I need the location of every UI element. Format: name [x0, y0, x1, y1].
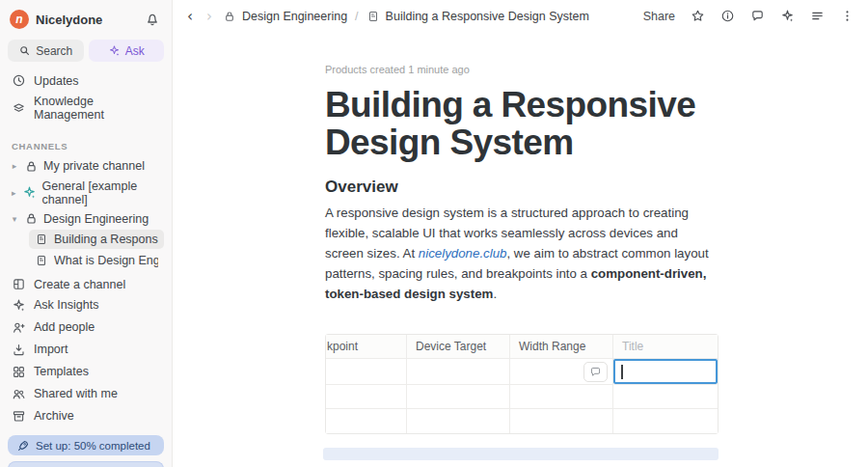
page-icon [35, 254, 48, 267]
ai-sparkle-icon[interactable] [780, 9, 795, 23]
page-label: Building a Responsive De.. [54, 233, 158, 246]
star-icon[interactable] [691, 9, 705, 23]
table-row [326, 385, 718, 409]
breadcrumb: Design Engineering / Building a Responsi… [223, 10, 589, 23]
column-header-title[interactable]: Title [613, 335, 718, 359]
search-icon [18, 44, 31, 57]
more-options-icon[interactable] [840, 9, 854, 23]
table-cell[interactable] [326, 385, 407, 409]
sparkle-icon [12, 298, 26, 313]
channel-design-engineering[interactable]: ▾ Design Engineering [0, 209, 172, 230]
page-title[interactable]: Building a Responsive Design System [325, 86, 730, 161]
table-cell[interactable] [613, 409, 718, 433]
focused-table-cell[interactable] [613, 359, 718, 385]
archive-icon [12, 409, 26, 424]
search-label: Search [36, 44, 72, 58]
chevron-down-icon[interactable]: ▾ [10, 214, 19, 224]
sidebar-item-ask-insights[interactable]: Ask Insights [0, 294, 172, 316]
page-icon [35, 233, 48, 246]
channel-label: My private channel [43, 159, 145, 173]
main-area: ‹ › Design Engineering / Building a Resp… [173, 0, 868, 467]
templates-icon [12, 365, 26, 379]
setup-progress-label: Set up: 50% completed [36, 440, 150, 452]
section-heading[interactable]: Overview [325, 178, 868, 197]
rocket-icon [16, 439, 30, 453]
sidebar-item-updates[interactable]: Updates [0, 70, 172, 91]
page-meta: Products created 1 minute ago [325, 64, 868, 75]
channel-label: Design Engineering [43, 212, 149, 226]
table-cell[interactable] [326, 359, 407, 385]
topbar: ‹ › Design Engineering / Building a Resp… [173, 0, 868, 32]
setup-progress-banner[interactable]: Set up: 50% completed [8, 435, 164, 455]
sidebar-footer: Ask Insights Add people Import Templates… [0, 294, 172, 467]
column-header-width-range[interactable]: Width Range [510, 335, 613, 359]
sparkle-icon [108, 44, 121, 57]
workspace-header[interactable]: n Nicelydone [0, 0, 172, 36]
page-item-building-responsive[interactable]: Building a Responsive De.. [29, 230, 164, 249]
table-cell[interactable] [326, 409, 407, 433]
bell-icon[interactable] [145, 12, 160, 27]
chevron-right-icon[interactable]: ▸ [10, 188, 17, 198]
column-header-device-target[interactable]: Device Target [407, 335, 510, 359]
channel-general[interactable]: ▸ General [example channel] [0, 177, 172, 209]
table-cell[interactable] [510, 385, 613, 409]
sidebar-item-templates[interactable]: Templates [0, 361, 172, 382]
selection-highlight-strip[interactable] [323, 448, 719, 460]
app-window: n Nicelydone Search Ask Updates Knowledg… [0, 0, 868, 467]
bottom-banner-partial[interactable] [8, 461, 164, 467]
layers-icon [12, 101, 26, 116]
table-cell[interactable] [407, 409, 510, 433]
info-icon[interactable] [720, 9, 735, 23]
sidebar-item-label: Archive [34, 409, 74, 423]
sidebar-item-label: Add people [34, 320, 95, 334]
table-header-row: kpoint Device Target Width Range Title [326, 335, 718, 359]
back-icon[interactable]: ‹ [184, 8, 196, 25]
sidebar-item-shared-with-me[interactable]: Shared with me [0, 383, 172, 404]
topbar-actions: Share [643, 9, 854, 23]
sidebar: n Nicelydone Search Ask Updates Knowledg… [0, 0, 173, 467]
page-label: What is Design Engineerin.. [54, 254, 158, 267]
sidebar-item-import[interactable]: Import [0, 339, 172, 360]
text-cursor [621, 365, 623, 379]
sidebar-item-archive[interactable]: Archive [0, 405, 172, 426]
sidebar-item-label: Updates [34, 74, 79, 88]
page-content: Products created 1 minute ago Building a… [173, 32, 868, 460]
table-cell[interactable] [613, 385, 718, 409]
workspace-logo: n [10, 10, 29, 29]
search-button[interactable]: Search [8, 40, 84, 62]
breadcrumb-page[interactable]: Building a Responsive Design System [386, 10, 589, 23]
page-icon [366, 10, 380, 23]
sidebar-item-label: Templates [34, 365, 89, 378]
quick-actions: Search Ask [0, 36, 172, 62]
lock-icon [24, 159, 39, 174]
create-channel-label: Create a channel [34, 278, 125, 291]
share-button[interactable]: Share [643, 10, 675, 23]
table-cell[interactable] [407, 359, 510, 385]
breadcrumb-channel[interactable]: Design Engineering [242, 10, 347, 23]
sidebar-item-knowledge-management[interactable]: Knowledge Management [0, 92, 172, 124]
ask-button[interactable]: Ask [89, 40, 165, 62]
chevron-right-icon[interactable]: ▸ [10, 161, 19, 171]
comments-icon[interactable] [750, 9, 765, 23]
overview-paragraph[interactable]: A responsive design system is a structur… [325, 203, 717, 304]
create-channel-button[interactable]: Create a channel [0, 274, 172, 294]
sidebar-item-add-people[interactable]: Add people [0, 316, 172, 338]
column-header-breakpoint[interactable]: kpoint [326, 335, 407, 359]
forward-icon[interactable]: › [203, 8, 215, 25]
lock-icon [223, 10, 236, 23]
table-cell[interactable] [510, 409, 613, 433]
paragraph-text: . [493, 287, 497, 301]
channel-label: General [example channel] [41, 179, 164, 206]
breakpoints-table[interactable]: kpoint Device Target Width Range Title [325, 334, 719, 434]
table-cell[interactable] [407, 385, 510, 409]
inline-link[interactable]: nicelydone.club [419, 246, 507, 261]
import-icon [12, 343, 26, 357]
page-item-what-is-design-eng[interactable]: What is Design Engineerin.. [29, 251, 164, 270]
sidebar-item-label: Import [34, 343, 68, 356]
channel-my-private[interactable]: ▸ My private channel [0, 156, 172, 177]
table-row [326, 359, 718, 385]
sidebar-nav: Updates Knowledge Management [0, 70, 172, 124]
outline-icon[interactable] [810, 9, 825, 23]
sidebar-item-label: Knowledge Management [34, 95, 160, 122]
comment-bubble-button[interactable] [583, 362, 608, 382]
